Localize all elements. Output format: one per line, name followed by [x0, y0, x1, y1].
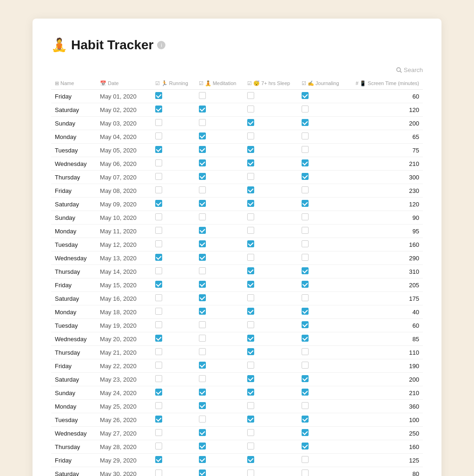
checkbox[interactable] [302, 348, 309, 355]
checkbox[interactable] [247, 200, 254, 207]
checkbox[interactable] [155, 281, 162, 288]
checkbox[interactable] [302, 240, 309, 247]
checkbox[interactable] [199, 92, 206, 99]
checkbox[interactable] [247, 402, 254, 409]
checkbox[interactable] [302, 267, 309, 274]
checkbox[interactable] [302, 308, 309, 315]
checkbox[interactable] [199, 389, 206, 396]
checkbox[interactable] [199, 132, 206, 139]
checkbox[interactable] [155, 92, 162, 99]
checkbox[interactable] [302, 375, 309, 382]
checkbox[interactable] [199, 469, 206, 476]
checkbox[interactable] [155, 146, 162, 153]
checkbox[interactable] [247, 186, 254, 193]
checkbox[interactable] [247, 267, 254, 274]
checkbox[interactable] [199, 443, 206, 450]
checkbox[interactable] [155, 456, 162, 463]
checkbox[interactable] [199, 416, 206, 423]
checkbox[interactable] [302, 227, 309, 234]
checkbox[interactable] [199, 146, 206, 153]
checkbox[interactable] [247, 362, 254, 369]
checkbox[interactable] [302, 159, 309, 166]
checkbox[interactable] [155, 416, 162, 423]
checkbox[interactable] [247, 416, 254, 423]
checkbox[interactable] [302, 146, 309, 153]
checkbox[interactable] [302, 106, 309, 112]
checkbox[interactable] [155, 443, 162, 450]
checkbox[interactable] [302, 254, 309, 261]
checkbox[interactable] [199, 281, 206, 288]
checkbox[interactable] [155, 254, 162, 261]
checkbox[interactable] [199, 119, 206, 126]
checkbox[interactable] [155, 321, 162, 328]
checkbox[interactable] [302, 335, 309, 342]
checkbox[interactable] [199, 240, 206, 247]
checkbox[interactable] [302, 321, 309, 328]
checkbox[interactable] [155, 469, 162, 476]
checkbox[interactable] [247, 227, 254, 234]
checkbox[interactable] [302, 173, 309, 180]
checkbox[interactable] [155, 119, 162, 126]
checkbox[interactable] [302, 186, 309, 193]
checkbox[interactable] [199, 213, 206, 220]
checkbox[interactable] [155, 240, 162, 247]
checkbox[interactable] [302, 281, 309, 288]
checkbox[interactable] [247, 132, 254, 139]
checkbox[interactable] [155, 106, 162, 112]
checkbox[interactable] [199, 186, 206, 193]
info-icon[interactable]: i [157, 41, 165, 49]
checkbox[interactable] [302, 200, 309, 207]
checkbox[interactable] [199, 200, 206, 207]
checkbox[interactable] [247, 389, 254, 396]
checkbox[interactable] [302, 132, 309, 139]
checkbox[interactable] [247, 146, 254, 153]
search-wrap[interactable]: Search [396, 66, 423, 73]
checkbox[interactable] [155, 186, 162, 193]
checkbox[interactable] [247, 240, 254, 247]
checkbox[interactable] [155, 389, 162, 396]
checkbox[interactable] [155, 159, 162, 166]
checkbox[interactable] [199, 227, 206, 234]
checkbox[interactable] [155, 200, 162, 207]
checkbox[interactable] [199, 321, 206, 328]
checkbox[interactable] [247, 348, 254, 355]
checkbox[interactable] [247, 106, 254, 112]
checkbox[interactable] [199, 254, 206, 261]
checkbox[interactable] [247, 469, 254, 476]
checkbox[interactable] [302, 119, 309, 126]
checkbox[interactable] [302, 456, 309, 463]
checkbox[interactable] [199, 308, 206, 315]
checkbox[interactable] [199, 294, 206, 301]
checkbox[interactable] [155, 213, 162, 220]
checkbox[interactable] [155, 227, 162, 234]
checkbox[interactable] [155, 267, 162, 274]
checkbox[interactable] [199, 335, 206, 342]
checkbox[interactable] [155, 402, 162, 409]
checkbox[interactable] [199, 375, 206, 382]
checkbox[interactable] [247, 294, 254, 301]
checkbox[interactable] [302, 402, 309, 409]
checkbox[interactable] [302, 416, 309, 423]
checkbox[interactable] [155, 173, 162, 180]
checkbox[interactable] [199, 159, 206, 166]
checkbox[interactable] [155, 429, 162, 436]
checkbox[interactable] [302, 469, 309, 476]
checkbox[interactable] [247, 254, 254, 261]
checkbox[interactable] [155, 375, 162, 382]
checkbox[interactable] [155, 362, 162, 369]
checkbox[interactable] [155, 132, 162, 139]
checkbox[interactable] [199, 267, 206, 274]
checkbox[interactable] [199, 362, 206, 369]
checkbox[interactable] [247, 173, 254, 180]
checkbox[interactable] [199, 402, 206, 409]
checkbox[interactable] [247, 335, 254, 342]
checkbox[interactable] [155, 308, 162, 315]
checkbox[interactable] [155, 294, 162, 301]
checkbox[interactable] [155, 335, 162, 342]
checkbox[interactable] [199, 429, 206, 436]
checkbox[interactable] [302, 443, 309, 450]
checkbox[interactable] [199, 456, 206, 463]
checkbox[interactable] [247, 159, 254, 166]
checkbox[interactable] [247, 456, 254, 463]
checkbox[interactable] [247, 375, 254, 382]
